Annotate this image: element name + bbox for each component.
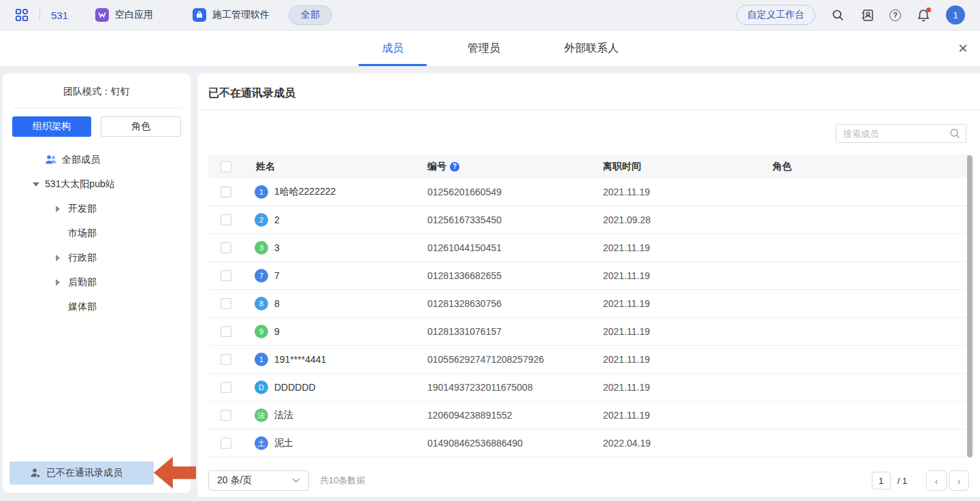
construction-app-icon bbox=[193, 8, 206, 22]
divider bbox=[12, 108, 181, 108]
page-number-input[interactable] bbox=[872, 472, 891, 489]
row-checkbox[interactable] bbox=[220, 187, 231, 197]
table-row: 土泥土0149084625368864902022.04.19 bbox=[208, 430, 969, 457]
top-bar: 531 空白应用 施工管理软件 全部 自定义工作台 ? bbox=[0, 0, 980, 31]
tree-node[interactable]: 全部成员 bbox=[3, 148, 191, 172]
member-name: 3 bbox=[274, 242, 280, 253]
workspace-number[interactable]: 531 bbox=[51, 10, 68, 21]
notification-dot bbox=[926, 7, 931, 12]
member-name: 9 bbox=[274, 326, 280, 337]
member-id: 1206094238891552 bbox=[427, 410, 603, 421]
org-sidebar: 团队模式：钉钉 组织架构 角色 全部成员531大太阳pub站开发部市场部行政部后… bbox=[3, 74, 191, 493]
help-icon[interactable]: ? bbox=[889, 10, 901, 21]
member-id: 014908462536886490 bbox=[427, 438, 603, 449]
leave-date: 2021.11.19 bbox=[603, 242, 772, 253]
app-item-construction-software[interactable]: 施工管理软件 bbox=[193, 8, 270, 22]
total-count-label: 共10条数据 bbox=[320, 474, 365, 487]
pagination: / 1 ‹ › bbox=[872, 470, 969, 491]
tree-node[interactable]: 531大太阳pub站 bbox=[3, 172, 191, 197]
main-panel: 已不在通讯录成员 姓名 编号 ? 离职时间 角色 11哈哈22222220125… bbox=[197, 74, 980, 497]
tree-node[interactable]: 市场部 bbox=[3, 221, 191, 246]
row-checkbox[interactable] bbox=[220, 438, 231, 449]
app-item-blank-app[interactable]: 空白应用 bbox=[95, 8, 153, 22]
member-avatar: 1 bbox=[255, 353, 268, 366]
role-button[interactable]: 角色 bbox=[101, 116, 181, 137]
vertical-scrollbar[interactable] bbox=[967, 155, 973, 457]
notification-bell-icon[interactable] bbox=[917, 8, 930, 22]
caret-down-icon[interactable] bbox=[33, 180, 45, 189]
caret-right-icon[interactable] bbox=[56, 205, 68, 213]
row-checkbox[interactable] bbox=[220, 382, 231, 393]
all-apps-pill[interactable]: 全部 bbox=[289, 5, 332, 25]
leave-date: 2021.11.19 bbox=[603, 298, 772, 309]
blank-app-icon bbox=[95, 8, 109, 22]
member-avatar: 9 bbox=[255, 325, 268, 338]
customize-workbench-button[interactable]: 自定义工作台 bbox=[736, 5, 815, 25]
table-row: DDDDDDD190149372320116750082021.11.19 bbox=[208, 374, 969, 402]
table-row: 88012813286307562021.11.19 bbox=[208, 290, 969, 318]
row-checkbox[interactable] bbox=[220, 354, 231, 365]
search-icon[interactable] bbox=[949, 128, 960, 139]
search-icon[interactable] bbox=[831, 8, 845, 22]
row-checkbox[interactable] bbox=[220, 214, 231, 225]
member-id: 0105562927471208257926 bbox=[427, 354, 603, 365]
table-row: 33012610441504512021.11.19 bbox=[208, 234, 969, 262]
tree-node[interactable]: 媒体部 bbox=[3, 295, 191, 319]
member-id: 01256201660549 bbox=[427, 187, 603, 197]
member-id: 01261044150451 bbox=[427, 242, 603, 253]
tree-node-label: 行政部 bbox=[68, 252, 97, 264]
member-id: 01281328630756 bbox=[427, 298, 603, 309]
app-label: 施工管理软件 bbox=[212, 9, 270, 21]
question-help-icon[interactable]: ? bbox=[450, 162, 459, 172]
table-row: 22012561673354502021.09.28 bbox=[208, 206, 969, 234]
page-size-select[interactable]: 20 条/页 bbox=[208, 470, 309, 491]
caret-spacer bbox=[56, 303, 68, 311]
workbench-grid-icon[interactable] bbox=[15, 8, 29, 22]
tab-external-contacts[interactable]: 外部联系人 bbox=[541, 31, 642, 66]
row-checkbox[interactable] bbox=[220, 326, 231, 337]
contacts-book-icon[interactable] bbox=[860, 8, 874, 22]
caret-right-icon[interactable] bbox=[56, 278, 68, 287]
caret-spacer bbox=[56, 229, 68, 238]
member-id: 01281336682655 bbox=[427, 270, 603, 281]
row-checkbox[interactable] bbox=[220, 242, 231, 253]
next-page-button[interactable]: › bbox=[949, 470, 969, 491]
table-row: 11哈哈2222222012562016605492021.11.19 bbox=[208, 178, 969, 206]
row-checkbox[interactable] bbox=[220, 410, 231, 421]
user-avatar[interactable]: 1 bbox=[946, 5, 965, 25]
leave-date: 2021.09.28 bbox=[603, 214, 772, 225]
column-header-role: 角色 bbox=[772, 161, 969, 173]
tree-node[interactable]: 后勤部 bbox=[3, 270, 191, 295]
prev-page-button[interactable]: ‹ bbox=[926, 470, 947, 491]
leave-date: 2021.11.19 bbox=[603, 270, 772, 281]
resigned-members-label: 已不在通讯录成员 bbox=[46, 467, 122, 479]
member-avatar: 土 bbox=[255, 436, 268, 450]
page-title: 已不在通讯录成员 bbox=[197, 74, 980, 101]
app-label: 空白应用 bbox=[115, 9, 153, 21]
close-icon[interactable]: × bbox=[958, 31, 968, 66]
tab-admins[interactable]: 管理员 bbox=[444, 31, 523, 66]
table-body: 11哈哈2222222012562016605492021.11.1922012… bbox=[208, 178, 969, 457]
table-row: 77012813366826552021.11.19 bbox=[208, 262, 969, 290]
caret-spacer bbox=[33, 156, 45, 164]
row-checkbox[interactable] bbox=[220, 270, 231, 281]
member-id: 01256167335450 bbox=[427, 214, 603, 225]
member-id: 01281331076157 bbox=[427, 326, 603, 337]
caret-right-icon[interactable] bbox=[56, 254, 68, 262]
member-name: 泥土 bbox=[274, 437, 293, 449]
member-name: 7 bbox=[274, 270, 280, 281]
person-leave-icon bbox=[30, 468, 41, 479]
table-row: 1191****444101055629274712082579262021.1… bbox=[208, 346, 969, 374]
org-structure-button[interactable]: 组织架构 bbox=[12, 116, 91, 137]
chevron-down-icon bbox=[292, 478, 300, 483]
members-table: 姓名 编号 ? 离职时间 角色 11哈哈22222220125620166054… bbox=[208, 155, 969, 457]
tree-node[interactable]: 行政部 bbox=[3, 246, 191, 270]
select-all-checkbox[interactable] bbox=[220, 161, 231, 172]
row-checkbox[interactable] bbox=[220, 298, 231, 309]
member-search-box bbox=[836, 124, 966, 143]
member-name: 8 bbox=[274, 298, 280, 309]
tree-node[interactable]: 开发部 bbox=[3, 197, 191, 221]
sidebar-item-resigned-members[interactable]: 已不在通讯录成员 bbox=[10, 462, 154, 485]
tab-members[interactable]: 成员 bbox=[359, 31, 427, 66]
table-header: 姓名 编号 ? 离职时间 角色 bbox=[208, 155, 969, 178]
